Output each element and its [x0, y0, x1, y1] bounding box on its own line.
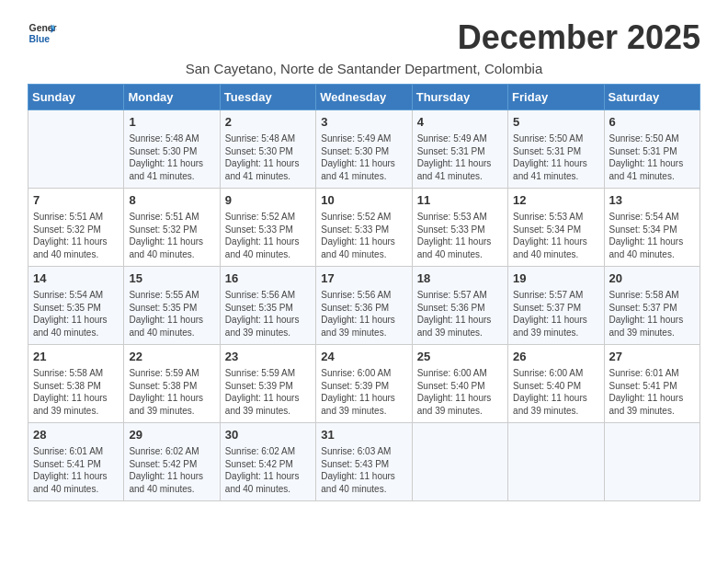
calendar-week-row: 14Sunrise: 5:54 AMSunset: 5:35 PMDayligh… — [28, 267, 700, 345]
day-info: Sunrise: 6:02 AMSunset: 5:42 PMDaylight:… — [225, 445, 311, 495]
day-info: Sunrise: 6:02 AMSunset: 5:42 PMDaylight:… — [129, 445, 214, 495]
page-header: General Blue December 2025 — [28, 18, 700, 57]
calendar-day-cell: 23Sunrise: 5:59 AMSunset: 5:39 PMDayligh… — [220, 345, 315, 423]
calendar-day-cell — [604, 423, 700, 501]
day-number: 17 — [321, 270, 406, 287]
day-info: Sunrise: 5:55 AMSunset: 5:35 PMDaylight:… — [129, 289, 214, 339]
calendar-day-cell: 4Sunrise: 5:49 AMSunset: 5:31 PMDaylight… — [412, 110, 507, 189]
header-day: Saturday — [604, 85, 700, 110]
header-day: Thursday — [412, 85, 507, 110]
day-info: Sunrise: 5:50 AMSunset: 5:31 PMDaylight:… — [513, 132, 598, 182]
day-number: 23 — [225, 349, 311, 365]
day-number: 13 — [609, 192, 695, 209]
calendar-day-cell: 14Sunrise: 5:54 AMSunset: 5:35 PMDayligh… — [28, 267, 124, 345]
calendar-day-cell: 22Sunrise: 5:59 AMSunset: 5:38 PMDayligh… — [124, 345, 220, 423]
calendar-day-cell: 24Sunrise: 6:00 AMSunset: 5:39 PMDayligh… — [316, 345, 412, 423]
calendar-day-cell: 1Sunrise: 5:48 AMSunset: 5:30 PMDaylight… — [124, 110, 220, 189]
day-info: Sunrise: 6:00 AMSunset: 5:40 PMDaylight:… — [417, 367, 503, 417]
day-number: 18 — [417, 270, 503, 287]
day-info: Sunrise: 5:48 AMSunset: 5:30 PMDaylight:… — [225, 132, 311, 182]
calendar-day-cell: 15Sunrise: 5:55 AMSunset: 5:35 PMDayligh… — [124, 267, 220, 345]
calendar-day-cell: 6Sunrise: 5:50 AMSunset: 5:31 PMDaylight… — [604, 110, 700, 189]
day-info: Sunrise: 5:49 AMSunset: 5:31 PMDaylight:… — [417, 132, 503, 182]
day-number: 3 — [321, 114, 406, 131]
calendar-day-cell: 10Sunrise: 5:52 AMSunset: 5:33 PMDayligh… — [316, 189, 412, 267]
calendar-body: 1Sunrise: 5:48 AMSunset: 5:30 PMDaylight… — [28, 110, 700, 501]
day-info: Sunrise: 5:57 AMSunset: 5:36 PMDaylight:… — [417, 289, 503, 339]
day-number: 14 — [33, 270, 119, 287]
day-number: 2 — [225, 114, 311, 131]
day-number: 6 — [609, 114, 695, 131]
calendar-day-cell: 2Sunrise: 5:48 AMSunset: 5:30 PMDaylight… — [220, 110, 315, 189]
calendar-day-cell — [412, 423, 507, 501]
calendar-table: SundayMondayTuesdayWednesdayThursdayFrid… — [28, 84, 700, 501]
calendar-day-cell: 18Sunrise: 5:57 AMSunset: 5:36 PMDayligh… — [412, 267, 507, 345]
day-info: Sunrise: 5:59 AMSunset: 5:38 PMDaylight:… — [129, 367, 214, 417]
header-day: Sunday — [28, 85, 124, 110]
day-info: Sunrise: 6:00 AMSunset: 5:39 PMDaylight:… — [321, 367, 406, 417]
calendar-header: SundayMondayTuesdayWednesdayThursdayFrid… — [28, 85, 700, 110]
calendar-day-cell: 11Sunrise: 5:53 AMSunset: 5:33 PMDayligh… — [412, 189, 507, 267]
day-info: Sunrise: 5:58 AMSunset: 5:38 PMDaylight:… — [33, 367, 119, 417]
day-number: 30 — [225, 427, 311, 443]
day-info: Sunrise: 5:54 AMSunset: 5:34 PMDaylight:… — [609, 211, 695, 260]
svg-text:Blue: Blue — [29, 34, 51, 44]
day-number: 21 — [33, 349, 119, 365]
day-info: Sunrise: 6:03 AMSunset: 5:43 PMDaylight:… — [321, 445, 406, 495]
calendar-day-cell: 29Sunrise: 6:02 AMSunset: 5:42 PMDayligh… — [124, 423, 220, 501]
day-number: 9 — [225, 192, 311, 209]
day-info: Sunrise: 5:51 AMSunset: 5:32 PMDaylight:… — [129, 211, 214, 260]
day-info: Sunrise: 6:01 AMSunset: 5:41 PMDaylight:… — [33, 445, 119, 495]
day-number: 4 — [417, 114, 503, 131]
day-info: Sunrise: 5:52 AMSunset: 5:33 PMDaylight:… — [225, 211, 311, 260]
calendar-day-cell: 17Sunrise: 5:56 AMSunset: 5:36 PMDayligh… — [316, 267, 412, 345]
calendar-day-cell: 25Sunrise: 6:00 AMSunset: 5:40 PMDayligh… — [412, 345, 507, 423]
day-info: Sunrise: 5:51 AMSunset: 5:32 PMDaylight:… — [33, 211, 119, 260]
calendar-day-cell: 13Sunrise: 5:54 AMSunset: 5:34 PMDayligh… — [604, 189, 700, 267]
calendar-day-cell: 8Sunrise: 5:51 AMSunset: 5:32 PMDaylight… — [124, 189, 220, 267]
day-number: 22 — [129, 349, 214, 365]
logo: General Blue — [28, 18, 57, 48]
day-number: 19 — [513, 270, 598, 287]
day-number: 16 — [225, 270, 311, 287]
day-number: 15 — [129, 270, 214, 287]
day-number: 25 — [417, 349, 503, 365]
day-number: 11 — [417, 192, 503, 209]
day-info: Sunrise: 5:59 AMSunset: 5:39 PMDaylight:… — [225, 367, 311, 417]
day-info: Sunrise: 6:00 AMSunset: 5:40 PMDaylight:… — [513, 367, 598, 417]
day-info: Sunrise: 5:52 AMSunset: 5:33 PMDaylight:… — [321, 211, 406, 260]
day-info: Sunrise: 5:53 AMSunset: 5:33 PMDaylight:… — [417, 211, 503, 260]
calendar-day-cell: 31Sunrise: 6:03 AMSunset: 5:43 PMDayligh… — [316, 423, 412, 501]
header-row: SundayMondayTuesdayWednesdayThursdayFrid… — [28, 85, 700, 110]
calendar-day-cell: 27Sunrise: 6:01 AMSunset: 5:41 PMDayligh… — [604, 345, 700, 423]
calendar-day-cell: 21Sunrise: 5:58 AMSunset: 5:38 PMDayligh… — [28, 345, 124, 423]
calendar-week-row: 1Sunrise: 5:48 AMSunset: 5:30 PMDaylight… — [28, 110, 700, 189]
day-info: Sunrise: 5:54 AMSunset: 5:35 PMDaylight:… — [33, 289, 119, 339]
calendar-day-cell: 16Sunrise: 5:56 AMSunset: 5:35 PMDayligh… — [220, 267, 315, 345]
day-info: Sunrise: 5:58 AMSunset: 5:37 PMDaylight:… — [609, 289, 695, 339]
day-info: Sunrise: 5:57 AMSunset: 5:37 PMDaylight:… — [513, 289, 598, 339]
calendar-day-cell: 5Sunrise: 5:50 AMSunset: 5:31 PMDaylight… — [508, 110, 604, 189]
day-info: Sunrise: 5:48 AMSunset: 5:30 PMDaylight:… — [129, 132, 214, 182]
calendar-week-row: 7Sunrise: 5:51 AMSunset: 5:32 PMDaylight… — [28, 189, 700, 267]
calendar-day-cell: 3Sunrise: 5:49 AMSunset: 5:30 PMDaylight… — [316, 110, 412, 189]
day-number: 29 — [129, 427, 214, 443]
day-number: 8 — [129, 192, 214, 209]
subtitle: San Cayetano, Norte de Santander Departm… — [28, 61, 700, 76]
day-number: 12 — [513, 192, 598, 209]
header-day: Friday — [508, 85, 604, 110]
day-number: 24 — [321, 349, 406, 365]
day-number: 1 — [129, 114, 214, 131]
day-number: 10 — [321, 192, 406, 209]
header-day: Wednesday — [316, 85, 412, 110]
calendar-day-cell: 30Sunrise: 6:02 AMSunset: 5:42 PMDayligh… — [220, 423, 315, 501]
calendar-day-cell: 19Sunrise: 5:57 AMSunset: 5:37 PMDayligh… — [508, 267, 604, 345]
month-title: December 2025 — [458, 18, 700, 57]
header-day: Monday — [124, 85, 220, 110]
day-number: 20 — [609, 270, 695, 287]
calendar-day-cell: 28Sunrise: 6:01 AMSunset: 5:41 PMDayligh… — [28, 423, 124, 501]
calendar-day-cell: 9Sunrise: 5:52 AMSunset: 5:33 PMDaylight… — [220, 189, 315, 267]
day-info: Sunrise: 5:53 AMSunset: 5:34 PMDaylight:… — [513, 211, 598, 260]
calendar-day-cell: 7Sunrise: 5:51 AMSunset: 5:32 PMDaylight… — [28, 189, 124, 267]
day-info: Sunrise: 5:50 AMSunset: 5:31 PMDaylight:… — [609, 132, 695, 182]
